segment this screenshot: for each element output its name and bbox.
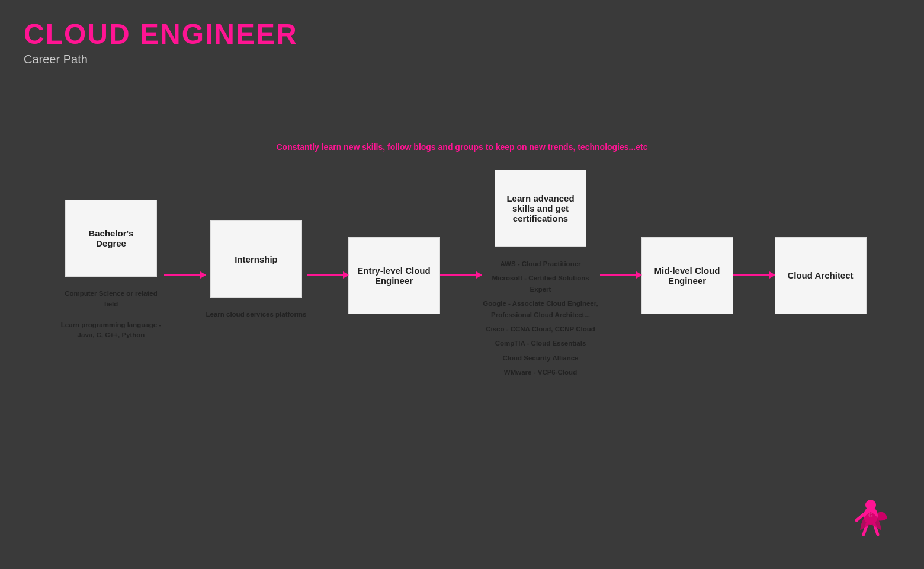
step-box-midlevel: Mid-level Cloud Engineer	[641, 237, 733, 314]
step-label-bachelors: Bachelor'sDegree	[88, 228, 133, 248]
cert-csa: Cloud Security Alliance	[482, 353, 600, 363]
step-container-bachelors: Bachelor'sDegree Computer Science or rel…	[57, 200, 164, 351]
step-label-architect: Cloud Architect	[787, 270, 853, 280]
step-container-advanced: Learn advanced skills and get certificat…	[482, 170, 600, 382]
main-content: Constantly learn new skills, follow blog…	[0, 142, 924, 382]
step-label-entry: Entry-level Cloud Engineer	[355, 266, 434, 286]
note-programming: Learn programming language - Java, C, C+…	[57, 320, 164, 341]
mascot: G	[853, 498, 888, 545]
connector-3	[440, 274, 482, 276]
mascot-svg: G	[853, 498, 888, 545]
cert-vmware: WMware - VCP6-Cloud	[482, 367, 600, 378]
cert-aws: AWS - Cloud Practitioner	[482, 258, 600, 269]
cert-cisco: Cisco - CCNA Cloud, CCNP Cloud	[482, 324, 600, 334]
header: CLOUD ENGINEER Career Path	[0, 0, 924, 72]
step-notes-internship: Learn cloud services platforms	[206, 309, 306, 330]
svg-point-1	[865, 500, 876, 510]
step-label-advanced: Learn advanced skills and get certificat…	[501, 193, 580, 223]
step-box-bachelors: Bachelor'sDegree	[65, 200, 157, 277]
certifications-list: AWS - Cloud Practitioner Microsoft - Cer…	[482, 258, 600, 382]
note-cs: Computer Science or related field	[57, 289, 164, 309]
connector-2	[307, 274, 348, 276]
svg-line-3	[856, 514, 864, 520]
step-container-entry: Entry-level Cloud Engineer	[348, 237, 440, 314]
step-box-advanced: Learn advanced skills and get certificat…	[495, 170, 586, 247]
cert-comptia: CompTIA - Cloud Essentials	[482, 338, 600, 349]
connector-1	[164, 274, 206, 276]
step-container-midlevel: Mid-level Cloud Engineer	[641, 237, 733, 314]
page-title: CLOUD ENGINEER	[24, 18, 900, 50]
step-wrapper-architect: Cloud Architect	[775, 237, 867, 314]
step-wrapper-entry: Entry-level Cloud Engineer	[348, 237, 440, 314]
page-subtitle: Career Path	[24, 53, 900, 66]
step-box-architect: Cloud Architect	[775, 237, 867, 314]
tip-text: Constantly learn new skills, follow blog…	[0, 142, 924, 152]
step-label-midlevel: Mid-level Cloud Engineer	[648, 266, 727, 286]
note-cloud-services: Learn cloud services platforms	[206, 309, 306, 319]
step-container-internship: Internship Learn cloud services platform…	[206, 220, 306, 330]
step-notes-bachelors: Computer Science or related field Learn …	[57, 289, 164, 351]
cert-google: Google - Associate Cloud Engineer, Profe…	[482, 298, 600, 320]
career-path: Bachelor'sDegree Computer Science or rel…	[0, 170, 924, 382]
cert-microsoft: Microsoft - Certified Solutions Expert	[482, 273, 600, 295]
connector-4	[600, 274, 641, 276]
step-container-architect: Cloud Architect	[775, 237, 867, 314]
step-wrapper-midlevel: Mid-level Cloud Engineer	[641, 237, 733, 314]
step-wrapper-internship: Internship Learn cloud services platform…	[206, 220, 306, 330]
step-label-internship: Internship	[235, 254, 278, 264]
step-wrapper-bachelors: Bachelor'sDegree Computer Science or rel…	[57, 200, 164, 351]
step-box-internship: Internship	[210, 220, 302, 298]
connector-5	[733, 274, 775, 276]
step-wrapper-advanced: Learn advanced skills and get certificat…	[482, 170, 600, 382]
step-box-entry: Entry-level Cloud Engineer	[348, 237, 440, 314]
